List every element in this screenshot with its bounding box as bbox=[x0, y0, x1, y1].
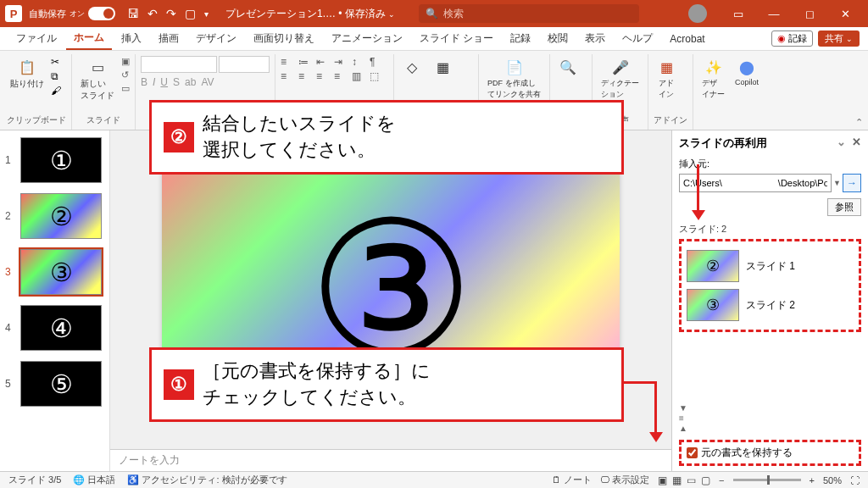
thumbnail-row[interactable]: 1① bbox=[5, 137, 104, 183]
tab-design[interactable]: デザイン bbox=[188, 28, 244, 49]
share-button[interactable]: 共有 ⌄ bbox=[818, 30, 860, 47]
reading-view-icon[interactable]: ▭ bbox=[687, 474, 696, 486]
align-left-icon[interactable]: ≡ bbox=[281, 70, 296, 82]
redo-icon[interactable]: ↷ bbox=[166, 7, 176, 20]
minimize-icon[interactable]: — bbox=[756, 0, 792, 27]
smartart-icon[interactable]: ⬚ bbox=[370, 70, 385, 82]
display-settings[interactable]: 🖵 表示設定 bbox=[600, 474, 649, 486]
slide-thumb-1[interactable]: ① bbox=[20, 137, 102, 183]
keep-source-formatting[interactable]: 元の書式を保持する bbox=[679, 440, 861, 466]
spacing-icon[interactable]: AV bbox=[201, 76, 214, 88]
collapse-ribbon-icon[interactable]: ⌃ bbox=[855, 117, 863, 128]
fit-window-icon[interactable]: ⛶ bbox=[850, 475, 860, 485]
close-panel-icon[interactable]: ✕ bbox=[852, 136, 861, 148]
slideshow-view-icon[interactable]: ▢ bbox=[701, 474, 710, 486]
qat-dropdown-icon[interactable]: ▾ bbox=[204, 9, 209, 19]
notes-toggle[interactable]: 🗒 ノート bbox=[552, 474, 592, 486]
pdf-button[interactable]: 📄PDF を作成し てリンクを共有 bbox=[484, 56, 544, 102]
shadow-icon[interactable]: ab bbox=[185, 76, 196, 88]
strike-icon[interactable]: S bbox=[173, 76, 180, 88]
reset-icon[interactable]: ↺ bbox=[121, 69, 130, 80]
path-input[interactable] bbox=[679, 174, 832, 192]
tab-transitions[interactable]: 画面切り替え bbox=[246, 28, 322, 49]
linespacing-icon[interactable]: ↕ bbox=[352, 56, 367, 68]
thumbnail-row[interactable]: 2② bbox=[5, 193, 104, 239]
maximize-icon[interactable]: ◻ bbox=[792, 0, 827, 27]
tab-acrobat[interactable]: Acrobat bbox=[662, 30, 712, 48]
bullets-icon[interactable]: ≡ bbox=[281, 56, 296, 68]
thumbnail-row[interactable]: 4④ bbox=[5, 305, 104, 351]
tab-animations[interactable]: アニメーション bbox=[324, 28, 410, 49]
shapes-button[interactable]: ◇ bbox=[399, 56, 425, 78]
reuse-slide-item[interactable]: ③ スライド 2 bbox=[685, 286, 855, 324]
font-size-select[interactable] bbox=[219, 56, 270, 73]
undo-icon[interactable]: ↶ bbox=[147, 7, 158, 20]
numbering-icon[interactable]: ≔ bbox=[298, 56, 314, 68]
tab-home[interactable]: ホーム bbox=[66, 27, 112, 50]
ribbon-mode-icon[interactable]: ▭ bbox=[721, 0, 756, 27]
thumbnail-row[interactable]: 3③ bbox=[5, 249, 104, 295]
tab-review[interactable]: 校閲 bbox=[540, 28, 576, 49]
section-icon[interactable]: ▭ bbox=[121, 83, 130, 94]
reuse-slide-item[interactable]: ② スライド 1 bbox=[685, 247, 855, 286]
go-button[interactable]: → bbox=[843, 174, 861, 192]
close-icon[interactable]: ✕ bbox=[827, 0, 863, 27]
align-center-icon[interactable]: ≡ bbox=[298, 70, 314, 82]
sorter-view-icon[interactable]: ▦ bbox=[672, 474, 682, 486]
indent-inc-icon[interactable]: ⇥ bbox=[334, 56, 349, 68]
thumbnail-row[interactable]: 5⑤ bbox=[5, 361, 104, 407]
browse-button[interactable]: 参照 bbox=[827, 198, 861, 216]
format-painter-icon[interactable]: 🖌 bbox=[51, 85, 61, 97]
zoom-level[interactable]: 50% bbox=[823, 475, 842, 485]
tab-insert[interactable]: 挿入 bbox=[114, 28, 149, 49]
slide-thumb-2[interactable]: ② bbox=[20, 193, 102, 239]
editing-button[interactable]: 🔍 bbox=[555, 56, 581, 78]
arrange-button[interactable]: ▦ bbox=[430, 56, 455, 78]
user-avatar-icon[interactable] bbox=[688, 4, 707, 23]
copilot-button[interactable]: ⬤Copilot bbox=[732, 56, 762, 88]
zoom-out-icon[interactable]: − bbox=[719, 475, 724, 485]
slide-thumb-5[interactable]: ⑤ bbox=[20, 361, 102, 407]
toggle-switch-icon[interactable] bbox=[88, 7, 115, 20]
tab-record[interactable]: 記録 bbox=[503, 28, 538, 49]
from-beginning-icon[interactable]: ▢ bbox=[185, 7, 196, 20]
columns-icon[interactable]: ▥ bbox=[352, 70, 367, 82]
normal-view-icon[interactable]: ▣ bbox=[658, 474, 667, 486]
accessibility-status[interactable]: ♿ アクセシビリティ: 検討が必要です bbox=[127, 474, 287, 486]
tab-help[interactable]: ヘルプ bbox=[615, 28, 660, 49]
tab-view[interactable]: 表示 bbox=[577, 28, 613, 49]
autosave-toggle[interactable]: 自動保存 オン bbox=[29, 7, 115, 20]
notes-input[interactable]: ノートを入力 bbox=[110, 449, 671, 471]
copy-icon[interactable]: ⧉ bbox=[51, 70, 61, 82]
new-slide-button[interactable]: ▭新しい スライド bbox=[77, 56, 118, 103]
italic-icon[interactable]: I bbox=[153, 76, 155, 88]
justify-icon[interactable]: ≡ bbox=[334, 70, 349, 82]
zoom-slider[interactable] bbox=[733, 479, 801, 481]
tab-draw[interactable]: 描画 bbox=[151, 28, 186, 49]
record-button[interactable]: ◉記録 bbox=[771, 30, 813, 47]
align-right-icon[interactable]: ≡ bbox=[316, 70, 331, 82]
tab-file[interactable]: ファイル bbox=[8, 28, 64, 49]
paste-button[interactable]: 📋貼り付け bbox=[7, 56, 47, 92]
autosave-label: 自動保存 bbox=[29, 8, 66, 20]
cut-icon[interactable]: ✂ bbox=[51, 56, 61, 68]
bold-icon[interactable]: B bbox=[141, 76, 147, 88]
underline-icon[interactable]: U bbox=[160, 76, 168, 88]
designer-button[interactable]: ✨デザ イナー bbox=[698, 56, 728, 102]
slide-thumb-3[interactable]: ③ bbox=[20, 249, 102, 295]
indent-dec-icon[interactable]: ⇤ bbox=[316, 56, 331, 68]
slide-thumb-4[interactable]: ④ bbox=[20, 305, 102, 351]
scroll-arrows[interactable]: ▼≡▲ bbox=[679, 403, 861, 433]
search-box[interactable]: 🔍 検索 bbox=[419, 4, 639, 23]
dictation-button[interactable]: 🎤ディクテー ション bbox=[598, 56, 643, 102]
lang-indicator[interactable]: 🌐 日本語 bbox=[73, 474, 115, 486]
layout-icon[interactable]: ▣ bbox=[121, 56, 130, 67]
direction-icon[interactable]: ¶ bbox=[370, 56, 385, 68]
tab-slideshow[interactable]: スライド ショー bbox=[412, 28, 501, 49]
addins-button[interactable]: ▦アド イン bbox=[654, 56, 679, 102]
zoom-in-icon[interactable]: + bbox=[810, 475, 815, 485]
save-icon[interactable]: 🖫 bbox=[127, 7, 139, 20]
reuse-slide-list: ② スライド 1 ③ スライド 2 bbox=[679, 239, 861, 332]
font-family-select[interactable] bbox=[141, 56, 217, 73]
keep-format-checkbox[interactable] bbox=[687, 447, 698, 458]
